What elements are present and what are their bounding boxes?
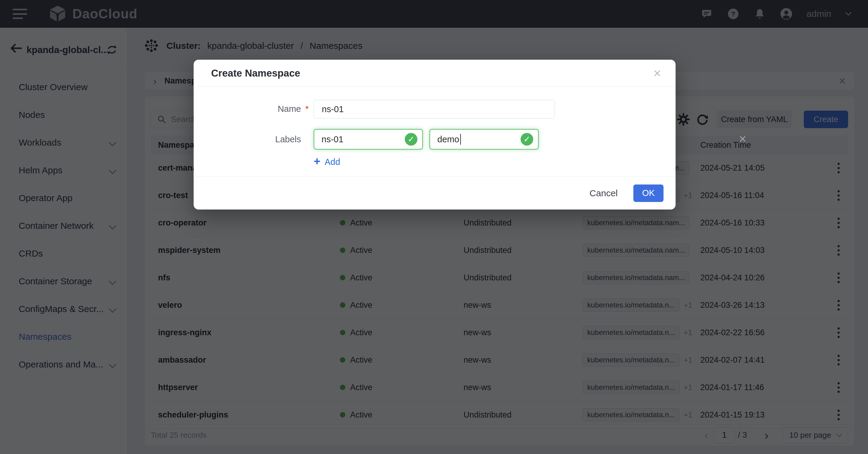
plus-icon: + xyxy=(314,156,320,167)
text-caret xyxy=(460,134,461,145)
ok-button[interactable]: OK xyxy=(633,185,663,202)
label-value-value: demo xyxy=(437,134,459,144)
remove-label-button[interactable]: × xyxy=(739,133,746,145)
close-icon[interactable]: × xyxy=(653,67,661,80)
name-field-label: Name xyxy=(194,104,301,114)
name-input[interactable]: ns-01 xyxy=(314,100,555,119)
dialog-footer: Cancel OK xyxy=(194,176,676,209)
add-label-button[interactable]: + Add xyxy=(314,157,340,167)
label-key-value: ns-01 xyxy=(321,134,343,144)
dialog-title: Create Namespace xyxy=(211,67,300,79)
label-key-input[interactable]: ns-01 ✓ xyxy=(314,129,423,150)
cancel-button[interactable]: Cancel xyxy=(590,188,618,198)
required-asterisk: * xyxy=(305,104,309,114)
create-namespace-dialog: Create Namespace × Name * ns-01 Labels n… xyxy=(194,60,676,209)
label-value-input[interactable]: demo ✓ xyxy=(430,129,539,150)
dialog-header: Create Namespace × xyxy=(194,60,676,87)
add-label-text: Add xyxy=(324,157,340,167)
valid-check-icon: ✓ xyxy=(521,133,533,145)
valid-check-icon: ✓ xyxy=(405,133,417,145)
app-root: DaoCloud ? admin kpanda-global-cl... xyxy=(0,0,868,454)
dialog-body: Name * ns-01 Labels ns-01 ✓ demo ✓ × + A… xyxy=(194,87,676,176)
labels-field-label: Labels xyxy=(194,134,301,144)
name-input-value: ns-01 xyxy=(322,104,344,114)
